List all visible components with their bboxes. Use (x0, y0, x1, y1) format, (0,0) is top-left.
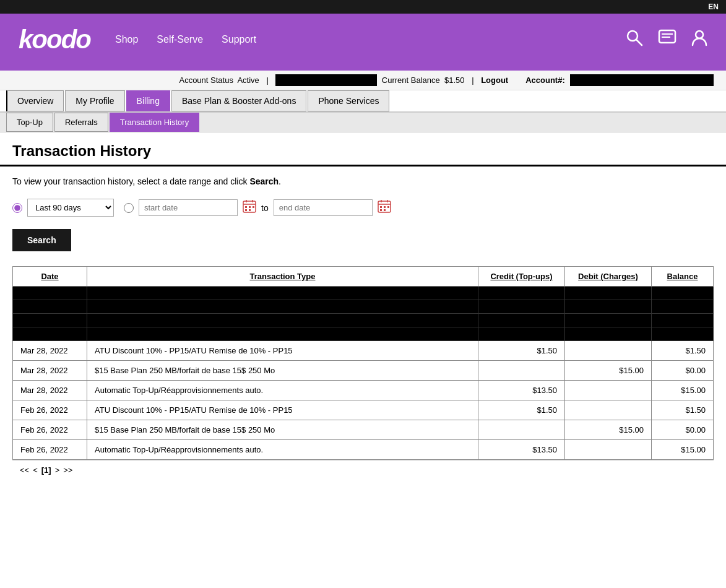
primary-tabs: Overview My Profile Billing Base Plan & … (0, 90, 726, 113)
balance-label-text: Current Balance (382, 76, 440, 85)
user-icon[interactable] (691, 29, 707, 50)
page-title-area: Transaction History (0, 132, 726, 166)
table-row (13, 300, 714, 314)
search-button[interactable]: Search (12, 229, 71, 251)
masked-account-field (275, 74, 376, 86)
col-date: Date (13, 267, 87, 287)
pagination-prev[interactable]: < (33, 465, 38, 475)
support-nav-link[interactable]: Support (222, 34, 256, 45)
logo[interactable]: koodo (19, 25, 90, 54)
cell-credit (478, 420, 565, 440)
tab-base-plan[interactable]: Base Plan & Booster Add-ons (171, 90, 306, 111)
svg-line-1 (636, 40, 642, 45)
table-row (13, 287, 714, 300)
language-label[interactable]: EN (708, 2, 719, 11)
language-bar: EN (0, 0, 726, 14)
svg-rect-11 (249, 206, 251, 208)
start-calendar-icon[interactable] (243, 199, 256, 216)
col-debit: Debit (Charges) (565, 267, 652, 287)
transaction-table: Date Transaction Type Credit (Top-ups) D… (12, 266, 714, 460)
end-date-input[interactable] (274, 199, 373, 216)
cell-debit (565, 440, 652, 460)
tab-my-profile[interactable]: My Profile (65, 90, 124, 111)
cell-debit: $15.00 (565, 420, 652, 440)
cell-debit: $15.00 (565, 361, 652, 381)
cell-credit: $1.50 (478, 400, 565, 420)
col-credit: Credit (Top-ups) (478, 267, 565, 287)
svg-rect-10 (245, 206, 247, 208)
pagination: << < [1] > >> (12, 460, 714, 480)
cell-balance: $0.00 (652, 420, 714, 440)
header-icons (626, 29, 707, 50)
table-row: Feb 26, 2022 Automatic Top-Up/Réapprovis… (13, 440, 714, 460)
svg-rect-12 (253, 206, 254, 208)
cell-date: Feb 26, 2022 (13, 420, 87, 440)
col-balance: Balance (652, 267, 714, 287)
instruction-after: . (279, 176, 281, 186)
svg-rect-21 (387, 206, 389, 208)
cell-credit: $13.50 (478, 381, 565, 400)
search-icon[interactable] (626, 29, 643, 50)
table-row (13, 327, 714, 341)
date-range-dropdown[interactable]: Last 90 days Last 30 days Last 60 days C… (27, 199, 114, 217)
account-bar: Account Status Active | Current Balance … (0, 71, 726, 90)
stab-topup[interactable]: Top-Up (6, 113, 53, 132)
last-90-option: Last 90 days Last 30 days Last 60 days C… (12, 199, 114, 217)
status-value: Active (237, 76, 259, 85)
svg-rect-20 (384, 206, 386, 208)
custom-date-option: to (124, 199, 391, 216)
last-90-radio[interactable] (12, 203, 22, 213)
instruction-text: To view your transaction history, select… (12, 176, 714, 186)
cell-type: ATU Discount 10% - PP15/ATU Remise de 10… (87, 400, 478, 420)
logout-link[interactable]: Logout (481, 76, 508, 85)
instruction-search: Search (249, 176, 279, 186)
chat-icon[interactable] (658, 29, 676, 50)
cell-balance: $1.50 (652, 341, 714, 361)
stab-transaction-history[interactable]: Transaction History (110, 113, 200, 132)
cell-type: $15 Base Plan 250 MB/forfait de base 15$… (87, 361, 478, 381)
account-number-value (570, 74, 714, 86)
pagination-first[interactable]: << (20, 465, 29, 475)
stab-referrals[interactable]: Referrals (54, 113, 108, 132)
table-row: Mar 28, 2022 ATU Discount 10% - PP15/ATU… (13, 341, 714, 361)
custom-date-radio[interactable] (124, 203, 134, 213)
start-date-input[interactable] (139, 199, 238, 216)
purple-separator (0, 66, 726, 71)
status-label-text: Account Status (179, 76, 233, 85)
table-row: Mar 28, 2022 Automatic Top-Up/Réapprovis… (13, 381, 714, 400)
table-row: Feb 26, 2022 ATU Discount 10% - PP15/ATU… (13, 400, 714, 420)
to-label: to (261, 203, 269, 213)
svg-rect-22 (380, 209, 382, 211)
svg-rect-23 (384, 209, 386, 211)
self-serve-nav-link[interactable]: Self-Serve (157, 34, 203, 45)
page-title: Transaction History (12, 142, 714, 160)
tab-phone-services[interactable]: Phone Services (308, 90, 389, 111)
cell-credit: $1.50 (478, 341, 565, 361)
pagination-next[interactable]: > (55, 465, 60, 475)
shop-nav-link[interactable]: Shop (115, 34, 138, 45)
svg-point-5 (696, 31, 703, 38)
date-range-row: Last 90 days Last 30 days Last 60 days C… (12, 199, 714, 217)
cell-debit (565, 400, 652, 420)
table-row: Feb 26, 2022 $15 Base Plan 250 MB/forfai… (13, 420, 714, 440)
cell-type: Automatic Top-Up/Réapprovisionnements au… (87, 440, 478, 460)
svg-rect-14 (249, 209, 251, 211)
cell-date: Feb 26, 2022 (13, 440, 87, 460)
svg-rect-13 (245, 209, 247, 211)
end-calendar-icon[interactable] (378, 199, 391, 216)
cell-balance: $15.00 (652, 440, 714, 460)
cell-date: Mar 28, 2022 (13, 341, 87, 361)
cell-balance: $1.50 (652, 400, 714, 420)
cell-date: Mar 28, 2022 (13, 361, 87, 381)
pagination-current[interactable]: [1] (41, 465, 51, 475)
tab-overview[interactable]: Overview (6, 90, 64, 111)
table-row: Mar 28, 2022 $15 Base Plan 250 MB/forfai… (13, 361, 714, 381)
tab-billing[interactable]: Billing (126, 90, 170, 111)
content-area: To view your transaction history, select… (0, 166, 726, 490)
cell-credit (478, 361, 565, 381)
pagination-last[interactable]: >> (63, 465, 72, 475)
cell-balance: $15.00 (652, 381, 714, 400)
account-status-label: Account Status Active (179, 76, 259, 85)
instruction-before: To view your transaction history, select… (12, 176, 249, 186)
cell-debit (565, 341, 652, 361)
